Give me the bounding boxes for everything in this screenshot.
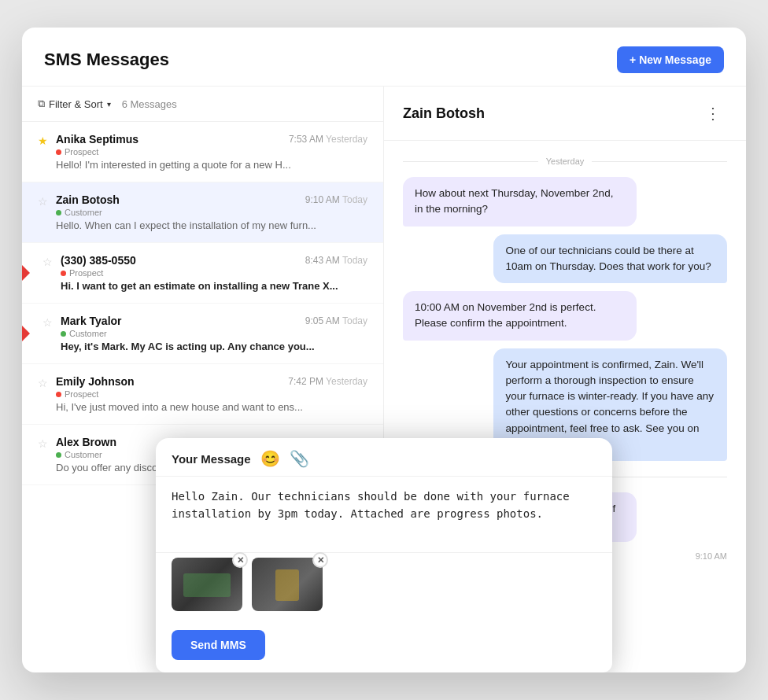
compose-overlay: Your Message 😊 📎 Hello Zain. Our technic… — [156, 438, 612, 672]
conv-info: Anika Septimus 7:53 AM Yesterday Prospec… — [56, 133, 367, 171]
status-dot — [56, 210, 61, 216]
conv-status: Prospect — [56, 147, 367, 157]
conv-name: Zain Botosh — [56, 193, 120, 206]
star-icon[interactable]: ☆ — [38, 377, 48, 389]
status-dot — [61, 271, 66, 276]
emoji-button[interactable]: 😊 — [260, 451, 280, 466]
compose-body: Hello Zain. Our technicians should be do… — [156, 477, 612, 552]
conv-info: Zain Botosh 9:10 AM Today Customer Hello… — [56, 193, 367, 231]
conv-name: Emily Johnson — [56, 375, 135, 388]
star-icon[interactable]: ☆ — [38, 437, 48, 450]
conv-name: Alex Brown — [56, 436, 116, 448]
attachment-thumb: ✕ — [172, 558, 242, 611]
chat-menu-button[interactable]: ⋮ — [699, 101, 727, 126]
attachment-thumb: ✕ — [252, 558, 323, 611]
chat-header: Zain Botosh ⋮ — [384, 87, 746, 141]
status-dot — [56, 149, 61, 155]
conv-status: Customer — [56, 208, 367, 217]
app-header: SMS Messages + New Message — [22, 28, 746, 87]
star-icon[interactable]: ★ — [38, 134, 48, 147]
conv-info: Mark Tyalor 9:05 AM Today Customer Hey, … — [61, 315, 367, 352]
conv-preview: Hey, it's Mark. My AC is acting up. Any … — [61, 341, 367, 352]
message-count: 6 Messages — [122, 98, 177, 110]
message-bubble: 10:00 AM on November 2nd is perfect. Ple… — [403, 291, 637, 341]
compose-attachments: ✕ ✕ — [156, 552, 612, 622]
new-message-button[interactable]: + New Message — [617, 46, 724, 73]
conv-name: (330) 385-0550 — [61, 254, 136, 267]
remove-attachment-button[interactable]: ✕ — [312, 552, 328, 568]
conv-time: 7:53 AM Yesterday — [289, 134, 367, 145]
list-item[interactable]: ☆ Mark Tyalor 9:05 AM Today Customer Hey… — [22, 304, 383, 364]
conv-status: Prospect — [56, 389, 367, 399]
chat-contact-name: Zain Botosh — [403, 105, 485, 122]
conv-status: Customer — [61, 329, 367, 338]
list-item[interactable]: ☆ Zain Botosh 9:10 AM Today Customer Hel… — [22, 182, 383, 243]
conv-preview: Hi. I want to get an estimate on install… — [61, 280, 367, 292]
attachment-image — [172, 558, 242, 611]
conv-preview: Hi, I've just moved into a new house and… — [56, 401, 367, 413]
message-input[interactable]: Hello Zain. Our technicians should be do… — [172, 488, 596, 541]
list-item[interactable]: ★ Anika Septimus 7:53 AM Yesterday Prosp… — [22, 122, 383, 182]
conv-name: Anika Septimus — [56, 133, 138, 146]
compose-footer: Send MMS — [156, 622, 612, 672]
urgent-flag — [22, 326, 30, 341]
date-divider: Yesterday — [403, 157, 727, 166]
status-dot — [56, 392, 61, 397]
conv-time: 9:05 AM Today — [305, 315, 367, 326]
filter-sort-label: Filter & Sort — [49, 98, 103, 110]
status-dot — [61, 331, 66, 337]
star-icon[interactable]: ☆ — [42, 256, 53, 268]
attachment-image — [252, 558, 323, 611]
filter-icon: ⧉ — [38, 98, 45, 110]
remove-attachment-button[interactable]: ✕ — [232, 552, 248, 568]
compose-header: Your Message 😊 📎 — [156, 438, 612, 477]
conv-info: (330) 385-0550 8:43 AM Today Prospect Hi… — [61, 254, 367, 292]
status-dot — [56, 452, 61, 458]
app-title: SMS Messages — [44, 50, 169, 70]
conv-time: 7:42 PM Yesterday — [288, 376, 367, 387]
conv-time: 8:43 AM Today — [305, 255, 367, 266]
conv-time: 9:10 AM Today — [305, 194, 367, 205]
send-mms-button[interactable]: Send MMS — [172, 630, 265, 660]
star-icon[interactable]: ☆ — [42, 316, 53, 329]
chevron-down-icon: ▾ — [107, 100, 111, 109]
list-item[interactable]: ☆ Emily Johnson 7:42 PM Yesterday Prospe… — [22, 364, 383, 425]
star-icon[interactable]: ☆ — [38, 195, 48, 208]
message-time: 9:10 AM — [696, 551, 727, 561]
conv-name: Mark Tyalor — [61, 315, 122, 327]
message-bubble: One of our technicians could be there at… — [493, 234, 727, 284]
conv-status: Prospect — [61, 268, 367, 278]
app-window: SMS Messages + New Message ⧉ Filter & So… — [22, 28, 746, 672]
conv-preview: Hello! I'm interested in getting a quote… — [56, 159, 367, 171]
filter-sort-button[interactable]: ⧉ Filter & Sort ▾ — [38, 98, 111, 110]
attach-button[interactable]: 📎 — [290, 451, 309, 466]
filter-bar: ⧉ Filter & Sort ▾ 6 Messages — [22, 87, 383, 122]
urgent-flag — [22, 265, 30, 281]
compose-label: Your Message — [172, 452, 251, 466]
conv-preview: Hello. When can I expect the installatio… — [56, 219, 367, 231]
conv-info: Emily Johnson 7:42 PM Yesterday Prospect… — [56, 375, 367, 413]
list-item[interactable]: ☆ (330) 385-0550 8:43 AM Today Prospect … — [22, 243, 383, 304]
message-bubble: How about next Thursday, November 2nd, i… — [403, 177, 637, 227]
